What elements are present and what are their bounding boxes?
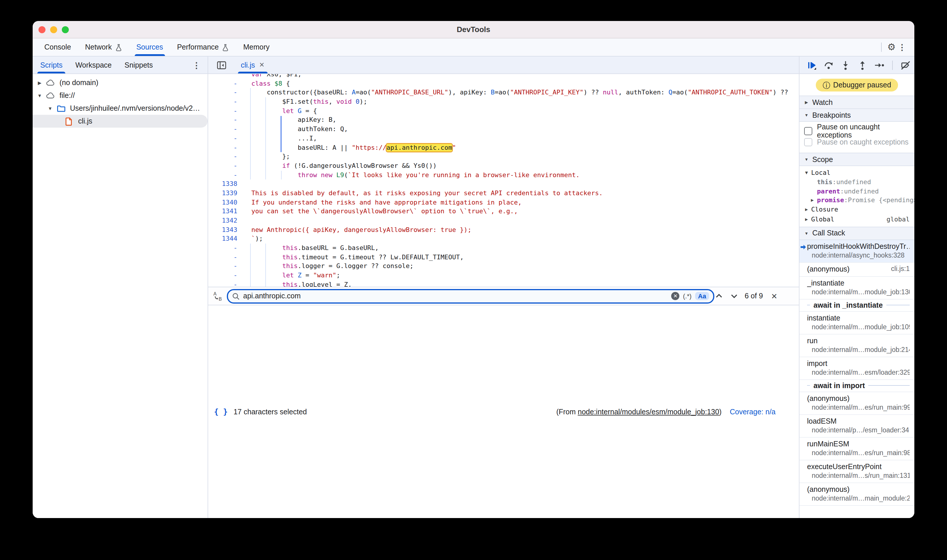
section-breakpoints[interactable]: ▼ Breakpoints	[799, 109, 915, 122]
gutter-cell[interactable]: -	[208, 79, 238, 88]
code-line[interactable]: - baseURL: A || "https://api.anthropic.c…	[208, 143, 799, 152]
gutter-cell[interactable]: -	[208, 280, 238, 287]
callstack-frame[interactable]: importnode:internal/m…esm/loader:329	[799, 357, 915, 380]
step-icon[interactable]	[874, 60, 885, 70]
code-line[interactable]: 1344`);	[208, 235, 799, 243]
toggle-navigator-icon[interactable]	[216, 60, 227, 70]
section-watch[interactable]: ▶ Watch	[799, 95, 915, 109]
code-line[interactable]: - if (!G.dangerouslyAllowBrowser && Ys0(…	[208, 162, 799, 171]
tab-memory[interactable]: Memory	[236, 38, 276, 56]
section-callstack[interactable]: ▼ Call Stack	[799, 226, 915, 240]
tab-scripts[interactable]: Scripts	[40, 57, 63, 74]
code-line[interactable]: 1341you can set the \`dangerouslyAllowBr…	[208, 207, 799, 216]
chevron-down-icon[interactable]: ▼	[37, 93, 42, 98]
chevron-right-icon[interactable]: ▶	[804, 207, 809, 212]
code-line[interactable]: 1342	[208, 216, 799, 225]
tree-item-file-protocol[interactable]: ▼ file://	[32, 89, 208, 102]
gutter-cell[interactable]: 1342	[208, 216, 238, 225]
code-line[interactable]: - apiKey: B,	[208, 116, 799, 125]
callstack-frame[interactable]: (anonymous)node:internal/m…main_module:2	[799, 483, 915, 506]
settings-gear-icon[interactable]: ⚙	[887, 43, 896, 52]
previous-match-icon[interactable]	[714, 291, 724, 301]
code-line[interactable]: -class $8 {	[208, 79, 799, 88]
gutter-cell[interactable]: -	[208, 152, 238, 161]
gutter-cell[interactable]: -	[208, 171, 238, 180]
tab-network[interactable]: Network	[78, 38, 130, 56]
tree-item-folder[interactable]: ▼ Users/jinhuilee/.nvm/versions/node/v2…	[32, 102, 208, 115]
tab-sources[interactable]: Sources	[129, 38, 170, 56]
code-line[interactable]: 1343new Anthropic({ apiKey, dangerouslyA…	[208, 225, 799, 234]
gutter-cell[interactable]: 1343	[208, 225, 238, 234]
code-line[interactable]: - this.logger = G.logger ?? console;	[208, 262, 799, 271]
code-line[interactable]: - let Z = "warn";	[208, 271, 799, 280]
gutter-cell[interactable]: 1344	[208, 235, 238, 243]
scope-property[interactable]: ▶promise: Promise {<pending>}	[799, 196, 915, 205]
callstack-frame[interactable]: runnode:internal/m…module_job:214	[799, 334, 915, 357]
code-line[interactable]: var Xs0, $F1;	[208, 74, 799, 79]
chevron-right-icon[interactable]: ▶	[804, 217, 809, 222]
tab-performance[interactable]: Performance	[170, 38, 236, 56]
code-line[interactable]: - this.timeout = G.timeout ?? Lw.DEFAULT…	[208, 253, 799, 262]
step-into-icon[interactable]	[840, 60, 851, 70]
coverage-link[interactable]: Coverage: n/a	[730, 408, 776, 416]
search-input-box[interactable]: ✕ (.*) Aa	[227, 289, 714, 303]
gutter-cell[interactable]: -	[208, 162, 238, 171]
code-line[interactable]: - ...I,	[208, 134, 799, 143]
code-line[interactable]: - $F1.set(this, void 0);	[208, 97, 799, 106]
regex-toggle[interactable]: (.*)	[683, 292, 692, 300]
gutter-cell[interactable]: -	[208, 243, 238, 252]
tab-console[interactable]: Console	[37, 38, 78, 56]
match-case-toggle[interactable]: Aa	[695, 292, 709, 300]
code-line[interactable]: - let G = {	[208, 107, 799, 116]
scope-property[interactable]: this: undefined	[799, 177, 915, 186]
pause-caught-row[interactable]: Pause on caught exceptions	[804, 136, 910, 148]
code-line[interactable]: - this.logLevel = Z,	[208, 280, 799, 287]
chevron-right-icon[interactable]: ▶	[37, 80, 42, 85]
tree-item-no-domain[interactable]: ▶ (no domain)	[32, 76, 208, 89]
tree-item-clijs[interactable]: cli.js	[32, 115, 208, 128]
code-line[interactable]: - authToken: Q,	[208, 125, 799, 134]
section-scope[interactable]: ▼ Scope	[799, 153, 915, 166]
minimize-window-button[interactable]	[50, 26, 57, 33]
callstack-frame[interactable]: loadESMnode:internal/p…/esm_loader:34	[799, 415, 915, 437]
callstack-frame[interactable]: runMainESMnode:internal/m…es/run_main:98	[799, 437, 915, 460]
callstack-frame[interactable]: promiseInitHookWithDestroyTr…node:intern…	[799, 240, 915, 263]
scope-property[interactable]: parent: undefined	[799, 186, 915, 195]
callstack-frame[interactable]: (anonymous)cli.js:1	[799, 263, 915, 277]
code-line[interactable]: - };	[208, 152, 799, 161]
code-line[interactable]: 1338	[208, 180, 799, 189]
zoom-window-button[interactable]	[62, 26, 69, 33]
next-match-icon[interactable]	[730, 291, 739, 301]
gutter-cell[interactable]: -	[208, 107, 238, 116]
callstack-frame[interactable]: (anonymous)node:internal/m…es/run_main:9…	[799, 392, 915, 415]
step-out-icon[interactable]	[857, 60, 868, 70]
gutter-cell[interactable]: 1340	[208, 198, 238, 207]
chevron-right-icon[interactable]: ▶	[810, 197, 814, 203]
gutter-cell[interactable]: -	[208, 271, 238, 280]
callstack-frame[interactable]: instantiatenode:internal/m…module_job:10…	[799, 311, 915, 334]
close-find-bar-icon[interactable]: ✕	[769, 292, 780, 300]
gutter-cell[interactable]: 1339	[208, 189, 238, 198]
callstack-frame[interactable]: _instantiatenode:internal/m…module_job:1…	[799, 277, 915, 299]
gutter-cell[interactable]: -	[208, 125, 238, 134]
gutter-cell[interactable]: -	[208, 88, 238, 97]
gutter-cell[interactable]: -	[208, 134, 238, 143]
chevron-down-icon[interactable]: ▼	[804, 170, 809, 175]
editor-tab-clijs[interactable]: cli.js ✕	[235, 57, 270, 74]
clear-search-icon[interactable]: ✕	[671, 292, 680, 300]
callstack-frame[interactable]: executeUserEntryPointnode:internal/m…s/r…	[799, 460, 915, 483]
code-line[interactable]: 1339This is disabled by default, as it r…	[208, 189, 799, 198]
navigator-more-icon[interactable]: ⋮	[190, 60, 203, 70]
checkbox-icon[interactable]	[804, 138, 812, 146]
scope-group-global[interactable]: ▶Globalglobal	[799, 214, 915, 224]
close-tab-icon[interactable]: ✕	[259, 61, 264, 69]
tab-snippets[interactable]: Snippets	[124, 57, 153, 74]
replace-toggle-icon[interactable]: AB	[213, 291, 223, 301]
gutter-cell[interactable]: 1338	[208, 180, 238, 189]
gutter-cell[interactable]: 1341	[208, 207, 238, 216]
gutter-cell[interactable]: -	[208, 253, 238, 262]
code-line[interactable]: - constructor({baseURL: A=ao("ANTHROPIC_…	[208, 88, 799, 97]
source-origin-link[interactable]: node:internal/modules/esm/module_job:130	[578, 408, 719, 416]
scope-group-closure[interactable]: ▶Closure	[799, 205, 915, 214]
code-line[interactable]: 1340If you understand the risks and have…	[208, 198, 799, 207]
